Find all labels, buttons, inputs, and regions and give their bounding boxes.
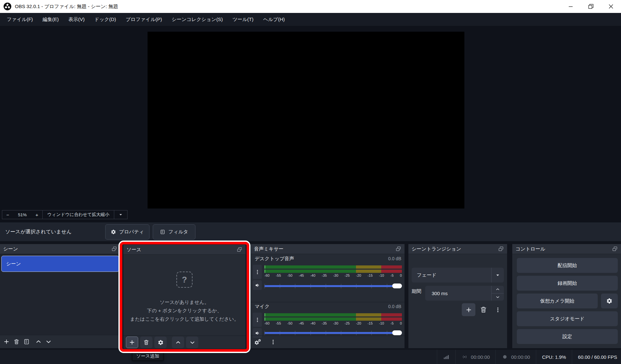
gear-icon: [111, 229, 116, 235]
zoom-level: 51%: [13, 210, 31, 219]
record-icon: [502, 354, 508, 360]
mixer-menu-button[interactable]: [270, 339, 276, 345]
spin-arrows: [491, 286, 504, 301]
close-button[interactable]: [601, 0, 621, 13]
menu-item[interactable]: ドック(D): [90, 13, 121, 26]
audio-mixer-header: 音声ミキサー: [251, 244, 405, 254]
source-properties-button[interactable]: [154, 337, 167, 348]
scene-list: シーン: [0, 254, 120, 335]
menu-item[interactable]: ヘルプ(H): [258, 13, 290, 26]
filters-button[interactable]: フィルタ: [153, 224, 195, 240]
minimize-icon: [567, 3, 574, 10]
volume-slider[interactable]: [264, 330, 402, 336]
add-transition-button[interactable]: [462, 303, 475, 316]
volume-slider[interactable]: [264, 283, 402, 289]
zoom-mode-dropdown[interactable]: [114, 210, 127, 219]
connection-quality: [437, 350, 455, 364]
menu-item[interactable]: 編集(E): [38, 13, 64, 26]
popout-icon[interactable]: [111, 246, 117, 252]
preview-viewport: − 51% + ウィンドウに合わせて拡大縮小: [0, 26, 621, 222]
scenes-panel: シーン シーン: [0, 244, 120, 348]
source-move-up-button[interactable]: [172, 337, 184, 348]
channel-name: マイク: [255, 304, 270, 310]
divider: [251, 302, 405, 302]
speaker-icon: [255, 283, 260, 288]
kebab-icon: [495, 307, 501, 313]
preview-canvas[interactable]: [148, 32, 464, 209]
trash-icon: [13, 338, 20, 345]
properties-button[interactable]: プロパティ: [105, 224, 150, 240]
zoom-fit-mode-label: ウィンドウに合わせて拡大縮小: [43, 210, 114, 219]
slider-handle[interactable]: [392, 284, 402, 288]
sources-empty-message: ソースがありません。下の + ボタンをクリックするか、またはここを右クリックして…: [130, 298, 239, 323]
channel-db-value[interactable]: 0.0 dB: [388, 304, 401, 309]
channel-mute-button[interactable]: [253, 280, 262, 290]
scene-move-down-button[interactable]: [45, 338, 52, 345]
slider-track[interactable]: [264, 332, 402, 334]
audio-mixer-body: デスクトップ音声 0.0 dB -60-55-50-45-40-35-30-25…: [251, 254, 405, 348]
studio-mode-button[interactable]: スタジオモード: [517, 311, 618, 326]
plus-icon: [129, 339, 135, 346]
volume-meter: [264, 270, 402, 273]
menu-item[interactable]: 表示(V): [64, 13, 90, 26]
transition-menu-button[interactable]: [495, 307, 501, 313]
remove-scene-button[interactable]: [13, 338, 20, 345]
add-source-tooltip: ソース追加: [132, 352, 163, 361]
gears-icon: [254, 338, 261, 346]
plus-icon: [465, 306, 472, 313]
slider-track[interactable]: [264, 285, 402, 287]
popout-icon[interactable]: [498, 246, 504, 252]
scenes-toolbar: [0, 335, 120, 348]
zoom-in-button[interactable]: +: [31, 210, 42, 219]
start-recording-button[interactable]: 録画開始: [517, 276, 618, 291]
slider-handle[interactable]: [392, 330, 402, 335]
channel-menu-button[interactable]: [253, 265, 262, 279]
fps-indicator: 60.00 / 60.00 FPS: [572, 350, 621, 364]
spin-up-button[interactable]: [492, 286, 504, 294]
virtual-camera-settings-button[interactable]: [601, 294, 618, 308]
duration-value[interactable]: 300 ms: [425, 286, 491, 301]
source-move-down-button[interactable]: [186, 337, 198, 348]
scene-transitions-title: シーントランジション: [412, 246, 461, 252]
controls-body: 配信開始 録画開始 仮想カメラ開始 スタジオモード 設定: [512, 254, 621, 348]
menu-item[interactable]: シーンコレクション(S): [167, 13, 228, 26]
scene-list-item[interactable]: シーン: [1, 256, 119, 272]
channel-menu-button[interactable]: [253, 313, 262, 327]
start-streaming-button[interactable]: 配信開始: [517, 258, 618, 273]
scenes-panel-header: シーン: [0, 244, 120, 254]
meter-scale: -60-55-50-45-40-35-30-25-20-15-10-50: [264, 321, 402, 325]
kebab-icon: [255, 317, 260, 323]
record-timer: 00:00:00: [495, 350, 536, 364]
add-scene-button[interactable]: [3, 338, 10, 345]
no-source-selected-label: ソースが選択されていません: [5, 222, 72, 241]
menu-item[interactable]: プロファイル(P): [121, 13, 167, 26]
duration-spinbox[interactable]: 300 ms: [425, 286, 504, 301]
restore-icon: [587, 3, 594, 10]
restore-button[interactable]: [581, 0, 601, 13]
sources-empty-area[interactable]: ? ソースがありません。下の + ボタンをクリックするか、またはここを右クリック…: [123, 255, 246, 336]
chevron-down-icon: [189, 339, 195, 346]
settings-button[interactable]: 設定: [517, 329, 618, 344]
menu-item[interactable]: ツール(T): [227, 13, 258, 26]
add-source-button[interactable]: [126, 337, 138, 348]
scene-filters-button[interactable]: [23, 338, 30, 345]
plus-icon: [3, 338, 10, 345]
zoom-out-button[interactable]: −: [2, 210, 13, 219]
start-virtual-camera-button[interactable]: 仮想カメラ開始: [517, 294, 598, 308]
remove-source-button[interactable]: [140, 337, 152, 348]
transition-select[interactable]: フェード: [412, 268, 504, 283]
advanced-audio-button[interactable]: [254, 338, 261, 346]
scene-move-up-button[interactable]: [35, 338, 42, 345]
duration-label: 期間: [412, 288, 421, 294]
sources-toolbar: [123, 336, 246, 349]
popout-icon[interactable]: [237, 247, 242, 252]
spin-down-button[interactable]: [492, 294, 504, 301]
channel-db-value[interactable]: 0.0 dB: [388, 256, 401, 261]
remove-transition-button[interactable]: [480, 306, 487, 314]
menu-item[interactable]: ファイル(F): [2, 13, 38, 26]
statusbar: 00:00:00 00:00:00 CPU: 1.9% 60.00 / 60.0…: [0, 350, 621, 364]
minimize-button[interactable]: [561, 0, 581, 13]
scene-transitions-header: シーントランジション: [408, 244, 507, 254]
popout-icon[interactable]: [395, 246, 401, 252]
popout-icon[interactable]: [612, 246, 618, 252]
